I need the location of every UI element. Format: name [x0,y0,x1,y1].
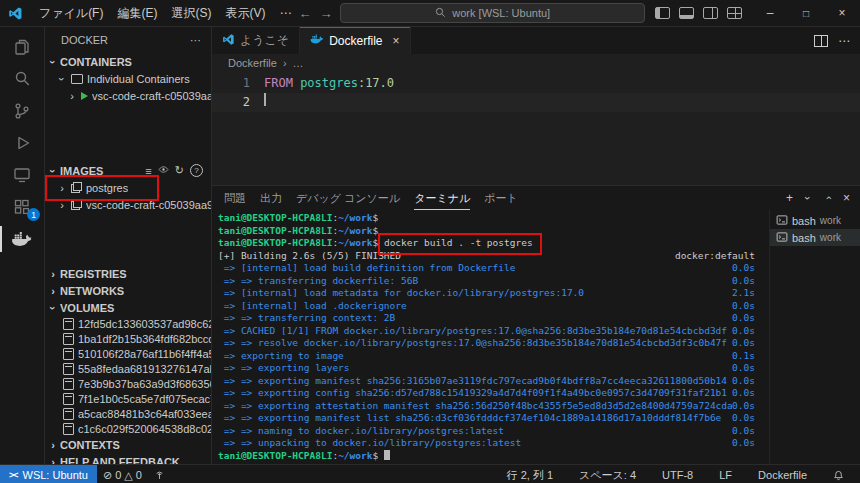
terminal-duration: 2.1s [732,287,769,300]
remote-explorer-icon[interactable] [0,159,44,191]
command-center: ← → work [WSL: Ubuntu] [298,3,645,23]
filter-icon[interactable]: ≡ [145,165,151,177]
terminal-duration: docker:default [675,250,769,263]
tab-output[interactable]: 出力 [260,186,282,210]
sidebar-title: DOCKER [61,34,108,46]
tree-item-container[interactable]: › vsc-code-craft-c05039aa9... [45,87,211,104]
maximize-panel-icon[interactable]: › [822,193,834,203]
menu-file[interactable]: ファイル(F) [32,5,110,22]
terminal-line: tani@DESKTOP-HCPA8LI:~/work$ docker buil… [218,237,769,250]
volume-item[interactable]: 12fd5dc133603537ad98c627cf8... [45,316,211,331]
terminal-list-item-selected[interactable]: bash work [770,229,860,246]
language-mode[interactable]: Dockerfile [752,469,813,481]
terminal-dropdown-icon[interactable]: › [802,193,814,203]
command-center-search[interactable]: work [WSL: Ubuntu] [340,3,645,23]
docker-view-icon[interactable] [0,223,44,255]
remote-indicator[interactable]: >< WSL: Ubuntu [0,465,97,483]
code-keyword: FROM [264,74,300,93]
menu-selection[interactable]: 選択(S) [164,5,218,22]
cursor-position[interactable]: 行 2, 列 1 [501,468,559,483]
section-help-feedback[interactable]: › HELP AND FEEDBACK [45,453,211,464]
code-line-1: 1FROM postgres:17.0 [212,74,860,93]
run-debug-icon[interactable] [0,127,44,159]
terminal-line: => => resolve docker.io/library/postgres… [218,337,769,350]
volume-item[interactable]: c1c6c029f520064538d8c02c67... [45,421,211,436]
breadcrumb-symbol[interactable]: … [293,57,304,69]
ports-indicator[interactable] [148,465,171,483]
tab-debug-console[interactable]: デバッグ コンソール [296,186,400,210]
problems-indicator[interactable]: ⊘ 0 △ 0 [97,465,148,483]
terminal-cursor [384,450,390,460]
search-text: work [WSL: Ubuntu] [452,7,550,19]
notifications-bell-icon[interactable] [827,470,850,481]
help-icon[interactable]: ? [190,164,203,177]
editor-tabbar: ようこそ Dockerfile × ⋯ [212,27,860,54]
section-registries-label: REGISTRIES [60,268,127,280]
section-containers[interactable]: › CONTAINERS [45,53,211,70]
customize-layout-icon[interactable] [727,7,742,19]
terminal-list-item[interactable]: bash work [770,212,860,229]
extensions-icon[interactable]: 1 [0,191,44,223]
code-editor[interactable]: 1FROM postgres:17.0 2 [212,72,860,185]
tab-welcome[interactable]: ようこそ [212,27,300,54]
terminal-detail: work [820,215,841,226]
menu-view[interactable]: 表示(V) [218,5,272,22]
toggle-secondary-sidebar-icon[interactable] [703,7,718,19]
editor-more-icon[interactable]: ⋯ [838,34,850,48]
source-control-icon[interactable] [0,95,44,127]
section-images-label: IMAGES [60,165,103,177]
menu-more-icon[interactable]: ⋯ [272,6,298,20]
section-images[interactable]: › IMAGES ≡ ↻ ? [45,162,211,179]
split-editor-icon[interactable] [814,35,828,47]
terminal-icon [776,214,788,228]
section-contexts[interactable]: › CONTEXTS [45,436,211,453]
volume-item[interactable]: 510106f28a76af11b6f4ff4a5ec... [45,346,211,361]
close-tab-icon[interactable]: × [392,34,399,48]
new-terminal-icon[interactable]: + [786,191,793,205]
tab-ports[interactable]: ポート [484,186,518,210]
tab-label: ようこそ [240,32,289,49]
eol[interactable]: LF [713,469,738,481]
tab-label: Dockerfile [329,34,382,48]
volume-item[interactable]: 7f1e1b0c5ca5e7df075ecac74fcf... [45,391,211,406]
breadcrumb[interactable]: Dockerfile › … [212,54,860,72]
terminal-line: => [internal] load metadata for docker.i… [218,287,769,300]
breadcrumb-file[interactable]: Dockerfile [228,57,277,69]
sidebar-more-icon[interactable]: ⋯ [190,34,201,47]
maximize-button[interactable]: □ [788,0,824,26]
indentation[interactable]: スペース: 4 [573,468,642,483]
toggle-sidebar-icon[interactable] [655,7,670,19]
minimize-button[interactable]: – [752,0,788,26]
tree-item-image-postgres[interactable]: › postgres [45,179,211,196]
terminal-line: => => unpacking to docker.io/library/pos… [218,437,769,450]
menu-edit[interactable]: 編集(E) [110,5,164,22]
volume-item[interactable]: 7e3b9b37ba63a9d3f686356050... [45,376,211,391]
close-window-button[interactable]: × [824,0,860,26]
back-icon[interactable]: ← [298,6,311,21]
section-networks[interactable]: › NETWORKS [45,282,211,299]
section-registries[interactable]: › REGISTRIES [45,265,211,282]
encoding[interactable]: UTF-8 [656,469,699,481]
volume-item[interactable]: 1ba1df2b15b364fdf682bccd0f4... [45,331,211,346]
volume-item[interactable]: a5cac88481b3c64af033eeacc0e... [45,406,211,421]
volume-icon [63,423,74,435]
section-volumes[interactable]: › VOLUMES [45,299,211,316]
chevron-down-icon: › [47,57,59,67]
search-view-icon[interactable] [0,63,44,95]
tree-item-individual-containers[interactable]: › Individual Containers [45,70,211,87]
eye-icon[interactable] [158,164,169,177]
tab-terminal[interactable]: ターミナル [414,186,470,210]
tab-dockerfile[interactable]: Dockerfile × [300,27,410,54]
terminal-line: => => exporting manifest sha256:3165b07a… [218,375,769,388]
forward-icon[interactable]: → [319,6,332,21]
close-panel-icon[interactable]: × [843,191,850,205]
volume-item[interactable]: 55a8fedaa681913276147ab9e4... [45,361,211,376]
toggle-panel-icon[interactable] [679,7,694,19]
terminal-line: => => exporting config sha256:d57ed788c1… [218,387,769,400]
terminal-output[interactable]: tani@DESKTOP-HCPA8LI:~/work$ tani@DESKTO… [212,210,769,464]
refresh-icon[interactable]: ↻ [175,164,184,177]
tree-item-image-vsc[interactable]: › vsc-code-craft-c05039aa99... [45,196,211,213]
terminal-line: => => naming to docker.io/library/postgr… [218,425,769,438]
explorer-icon[interactable] [0,31,44,63]
tab-problems[interactable]: 問題 [224,186,246,210]
